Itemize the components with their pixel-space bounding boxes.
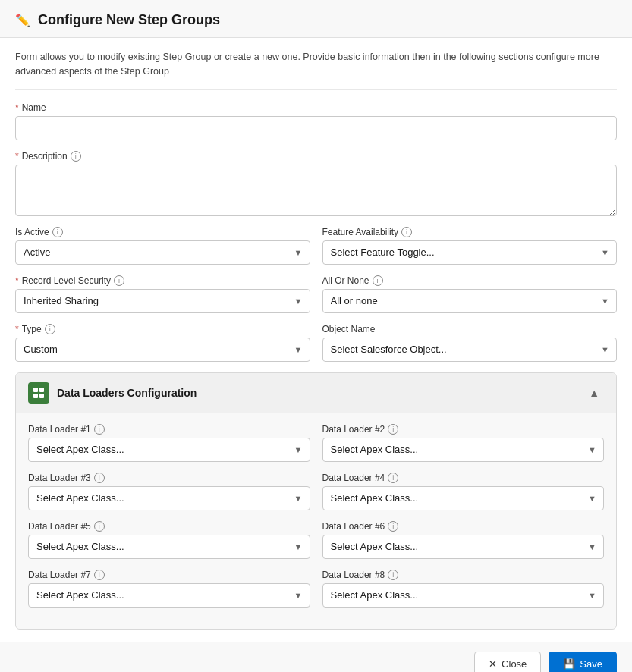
- is-active-info-icon[interactable]: i: [52, 227, 63, 237]
- loader-7-group: Data Loader #7 i Select Apex Class... ▼: [28, 570, 310, 608]
- loader-6-info-icon[interactable]: i: [388, 521, 398, 532]
- loader-3-group: Data Loader #3 i Select Apex Class... ▼: [28, 473, 310, 510]
- record-security-label: * Record Level Security i: [15, 275, 310, 286]
- loader-3-select-wrapper: Select Apex Class... ▼: [28, 486, 310, 510]
- save-disk-icon: 💾: [563, 658, 575, 670]
- save-button[interactable]: 💾 Save: [549, 652, 617, 673]
- svg-rect-2: [33, 394, 38, 398]
- all-or-none-info-icon[interactable]: i: [373, 275, 383, 286]
- loader-7-select-wrapper: Select Apex Class... ▼: [28, 583, 310, 608]
- loader-6-label: Data Loader #6 i: [322, 521, 605, 532]
- modal-body: Form allows you to modify existing Step …: [0, 38, 632, 642]
- description-group: * Description i: [15, 151, 617, 216]
- section-body: Data Loader #1 i Select Apex Class... ▼: [16, 413, 616, 629]
- loader-1-label: Data Loader #1 i: [28, 424, 310, 435]
- loader-4-info-icon[interactable]: i: [388, 473, 398, 483]
- loader-5-group: Data Loader #5 i Select Apex Class... ▼: [28, 521, 310, 559]
- loader-3-info-icon[interactable]: i: [94, 473, 105, 483]
- record-security-info-icon[interactable]: i: [114, 275, 124, 286]
- edit-icon: ✏️: [15, 13, 30, 27]
- type-label: * Type i: [15, 324, 310, 334]
- loader-2-info-icon[interactable]: i: [388, 424, 398, 435]
- loader-7-select[interactable]: Select Apex Class...: [28, 583, 310, 608]
- desc-required-star: *: [15, 151, 19, 162]
- loader-1-group: Data Loader #1 i Select Apex Class... ▼: [28, 424, 310, 462]
- loader-1-select[interactable]: Select Apex Class...: [28, 438, 310, 462]
- description-row: * Description i: [15, 151, 617, 216]
- loader-1-info-icon[interactable]: i: [94, 424, 105, 435]
- loader-8-group: Data Loader #8 i Select Apex Class... ▼: [322, 570, 605, 608]
- close-x-icon: ✕: [489, 658, 497, 670]
- loaders-row-3: Data Loader #5 i Select Apex Class... ▼: [28, 521, 604, 559]
- modal: ✏️ Configure New Step Groups Form allows…: [0, 0, 632, 672]
- loader-6-select[interactable]: Select Apex Class...: [322, 535, 605, 559]
- svg-rect-3: [39, 394, 44, 398]
- loader-7-info-icon[interactable]: i: [94, 570, 105, 580]
- loaders-row-4: Data Loader #7 i Select Apex Class... ▼: [28, 570, 604, 608]
- loader-5-select[interactable]: Select Apex Class...: [28, 535, 310, 559]
- object-name-group: Object Name Select Salesforce Object... …: [322, 324, 618, 362]
- save-label: Save: [580, 658, 602, 670]
- loader-2-label: Data Loader #2 i: [322, 424, 605, 435]
- feature-availability-select-wrapper: Select Feature Toggle... ▼: [322, 240, 618, 265]
- type-object-row: * Type i Custom Standard ▼ Object Name: [15, 324, 617, 362]
- loader-7-label: Data Loader #7 i: [28, 570, 310, 580]
- description-info-icon[interactable]: i: [71, 151, 81, 162]
- loader-4-select-wrapper: Select Apex Class... ▼: [322, 486, 605, 510]
- section-title: Data Loaders Configuration: [57, 387, 197, 399]
- name-group: * Name: [15, 102, 617, 140]
- rls-required-star: *: [15, 275, 19, 286]
- type-info-icon[interactable]: i: [45, 324, 55, 334]
- feature-availability-label: Feature Availability i: [322, 227, 618, 237]
- record-security-select[interactable]: Inherited Sharing With Sharing Without S…: [15, 289, 310, 313]
- loader-1-select-wrapper: Select Apex Class... ▼: [28, 438, 310, 462]
- loader-4-select[interactable]: Select Apex Class...: [322, 486, 605, 510]
- feature-availability-info-icon[interactable]: i: [401, 227, 412, 237]
- record-security-group: * Record Level Security i Inherited Shar…: [15, 275, 310, 313]
- loader-3-select[interactable]: Select Apex Class...: [28, 486, 310, 510]
- description-textarea[interactable]: [15, 165, 617, 216]
- object-name-select-wrapper: Select Salesforce Object... ▼: [322, 338, 618, 362]
- section-header-left: Data Loaders Configuration: [28, 382, 197, 404]
- data-loaders-section: Data Loaders Configuration ▲ Data Loader…: [15, 372, 617, 630]
- loader-5-select-wrapper: Select Apex Class... ▼: [28, 535, 310, 559]
- loaders-row-2: Data Loader #3 i Select Apex Class... ▼: [28, 473, 604, 510]
- object-name-select[interactable]: Select Salesforce Object...: [322, 338, 618, 362]
- is-active-label: Is Active i: [15, 227, 310, 237]
- svg-rect-0: [33, 388, 38, 392]
- section-header: Data Loaders Configuration ▲: [16, 373, 616, 413]
- close-button[interactable]: ✕ Close: [474, 652, 541, 673]
- is-active-group: Is Active i Active Inactive ▼: [15, 227, 310, 265]
- form-description: Form allows you to modify existing Step …: [15, 50, 617, 90]
- loader-4-label: Data Loader #4 i: [322, 473, 605, 483]
- record-security-select-wrapper: Inherited Sharing With Sharing Without S…: [15, 289, 310, 313]
- name-row: * Name: [15, 102, 617, 140]
- is-active-select[interactable]: Active Inactive: [15, 240, 310, 265]
- loader-8-info-icon[interactable]: i: [388, 570, 398, 580]
- loader-2-select-wrapper: Select Apex Class... ▼: [322, 438, 605, 462]
- is-active-select-wrapper: Active Inactive ▼: [15, 240, 310, 265]
- object-name-label: Object Name: [322, 324, 618, 334]
- feature-availability-select[interactable]: Select Feature Toggle...: [322, 240, 618, 265]
- section-collapse-button[interactable]: ▲: [584, 385, 604, 400]
- modal-title: Configure New Step Groups: [38, 12, 220, 28]
- type-required-star: *: [15, 324, 19, 334]
- loader-8-select-wrapper: Select Apex Class... ▼: [322, 583, 605, 608]
- feature-availability-group: Feature Availability i Select Feature To…: [322, 227, 618, 265]
- svg-rect-1: [39, 388, 44, 392]
- all-or-none-group: All Or None i All or none Partial ▼: [322, 275, 618, 313]
- all-or-none-select[interactable]: All or none Partial: [322, 289, 618, 313]
- loader-5-info-icon[interactable]: i: [94, 521, 105, 532]
- loader-6-group: Data Loader #6 i Select Apex Class... ▼: [322, 521, 605, 559]
- all-or-none-label: All Or None i: [322, 275, 618, 286]
- security-allornone-row: * Record Level Security i Inherited Shar…: [15, 275, 617, 313]
- loader-2-select[interactable]: Select Apex Class...: [322, 438, 605, 462]
- modal-footer: ✕ Close 💾 Save: [0, 642, 632, 673]
- loader-2-group: Data Loader #2 i Select Apex Class... ▼: [322, 424, 605, 462]
- modal-header: ✏️ Configure New Step Groups: [0, 0, 632, 38]
- all-or-none-select-wrapper: All or none Partial ▼: [322, 289, 618, 313]
- loader-4-group: Data Loader #4 i Select Apex Class... ▼: [322, 473, 605, 510]
- name-input[interactable]: [15, 116, 617, 140]
- type-select[interactable]: Custom Standard: [15, 338, 310, 362]
- loader-8-select[interactable]: Select Apex Class...: [322, 583, 605, 608]
